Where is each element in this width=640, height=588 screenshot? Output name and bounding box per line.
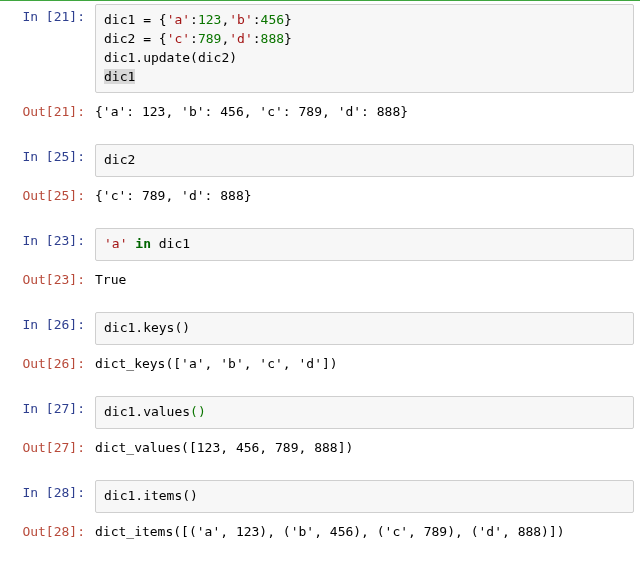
code-paren: ()	[190, 404, 206, 419]
output-cell: Out[28]: dict_items([('a', 123), ('b', 4…	[0, 516, 640, 547]
code-string: 'a'	[167, 12, 190, 27]
input-cell: In [28]: dic1.items()	[0, 477, 640, 516]
code-string: 'c'	[167, 31, 190, 46]
code-input[interactable]: 'a' in dic1	[95, 228, 634, 261]
prompt-in: In [21]:	[0, 1, 95, 32]
prompt-out: Out[27]:	[0, 432, 95, 463]
output-text: dict_keys(['a', 'b', 'c', 'd'])	[95, 348, 640, 379]
output-text: {'c': 789, 'd': 888}	[95, 180, 640, 211]
output-text: True	[95, 264, 640, 295]
prompt-in: In [28]:	[0, 477, 95, 508]
input-cell: In [25]: dic2	[0, 141, 640, 180]
prompt-in: In [27]:	[0, 393, 95, 424]
code-keyword: in	[135, 236, 151, 251]
prompt-in: In [25]:	[0, 141, 95, 172]
output-cell: Out[23]: True	[0, 264, 640, 295]
code-text: }	[284, 12, 292, 27]
code-text: dic1	[151, 236, 190, 251]
code-string: 'd'	[229, 31, 252, 46]
selected-text: dic1	[104, 69, 135, 84]
code-input[interactable]: dic1 = {'a':123,'b':456} dic2 = {'c':789…	[95, 4, 634, 93]
code-text: :	[190, 12, 198, 27]
code-text: :	[190, 31, 198, 46]
prompt-out: Out[25]:	[0, 180, 95, 211]
code-text: dic1.items()	[104, 488, 198, 503]
code-number: 888	[261, 31, 284, 46]
prompt-out: Out[21]:	[0, 96, 95, 127]
code-number: 456	[261, 12, 284, 27]
prompt-in: In [23]:	[0, 225, 95, 256]
code-string: 'b'	[229, 12, 252, 27]
prompt-out: Out[28]:	[0, 516, 95, 547]
input-cell: In [23]: 'a' in dic1	[0, 225, 640, 264]
code-number: 123	[198, 12, 221, 27]
code-text: }	[284, 31, 292, 46]
code-text: dic1 = {	[104, 12, 167, 27]
code-text: dic2	[104, 152, 135, 167]
input-cell: In [27]: dic1.values()	[0, 393, 640, 432]
output-cell: Out[27]: dict_values([123, 456, 789, 888…	[0, 432, 640, 463]
output-cell: Out[25]: {'c': 789, 'd': 888}	[0, 180, 640, 211]
code-input[interactable]: dic1.items()	[95, 480, 634, 513]
code-string: 'a'	[104, 236, 127, 251]
code-text: dic1.keys()	[104, 320, 190, 335]
code-text: dic1.update(dic2)	[104, 50, 237, 65]
output-cell: Out[21]: {'a': 123, 'b': 456, 'c': 789, …	[0, 96, 640, 127]
code-text: dic2 = {	[104, 31, 167, 46]
prompt-out: Out[26]:	[0, 348, 95, 379]
prompt-in: In [26]:	[0, 309, 95, 340]
input-cell: In [21]: dic1 = {'a':123,'b':456} dic2 =…	[0, 1, 640, 96]
input-cell: In [26]: dic1.keys()	[0, 309, 640, 348]
code-input[interactable]: dic1.values()	[95, 396, 634, 429]
code-text: :	[253, 12, 261, 27]
code-input[interactable]: dic2	[95, 144, 634, 177]
code-number: 789	[198, 31, 221, 46]
output-text: dict_values([123, 456, 789, 888])	[95, 432, 640, 463]
output-text: dict_items([('a', 123), ('b', 456), ('c'…	[95, 516, 640, 547]
prompt-out: Out[23]:	[0, 264, 95, 295]
code-text: :	[253, 31, 261, 46]
output-text: {'a': 123, 'b': 456, 'c': 789, 'd': 888}	[95, 96, 640, 127]
output-cell: Out[26]: dict_keys(['a', 'b', 'c', 'd'])	[0, 348, 640, 379]
code-text: dic1.values	[104, 404, 190, 419]
code-input[interactable]: dic1.keys()	[95, 312, 634, 345]
